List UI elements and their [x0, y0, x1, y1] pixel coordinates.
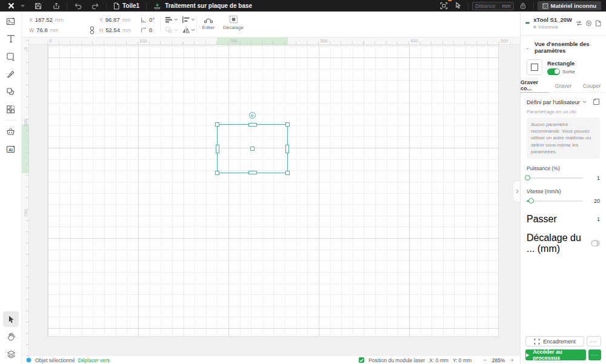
vertical-ruler: 0 100 200: [22, 38, 29, 356]
overview-header[interactable]: ← Vue d'ensemble des paramètres: [521, 36, 606, 58]
chevron-down-icon[interactable]: [18, 0, 28, 12]
app-logo[interactable]: [5, 0, 18, 12]
flip-dropdown[interactable]: [182, 26, 195, 34]
distance-input[interactable]: [475, 3, 502, 9]
resize-handle-s[interactable]: [248, 171, 257, 174]
document-icon[interactable]: [595, 20, 601, 27]
laser-pointer-icon[interactable]: [451, 0, 464, 12]
distribute-dropdown[interactable]: [165, 16, 178, 24]
frame-more-button[interactable]: ···: [587, 336, 601, 346]
angle-icon: [141, 17, 147, 23]
arrange-dropdown[interactable]: [165, 26, 178, 34]
selected-rectangle[interactable]: [217, 124, 288, 173]
resize-handle-sw[interactable]: [215, 171, 219, 175]
undo-icon[interactable]: [71, 0, 85, 12]
resize-handle-se[interactable]: [285, 171, 290, 175]
ai-image-tool[interactable]: AI: [3, 141, 19, 157]
save-icon[interactable]: [32, 0, 45, 12]
tab-couper[interactable]: Couper: [578, 80, 606, 92]
kerf-label: Décalage du ... (mm): [527, 233, 591, 254]
zoom-level[interactable]: 285%: [492, 357, 505, 363]
settings-icon[interactable]: [585, 20, 592, 27]
material-button[interactable]: Matériel inconnu: [538, 1, 601, 10]
output-toggle[interactable]: [547, 68, 560, 75]
speed-value[interactable]: 20: [589, 198, 600, 204]
projects-basket-tool[interactable]: [3, 124, 19, 139]
edit-tool[interactable]: Éditer: [197, 15, 220, 30]
y-value[interactable]: 96.87: [105, 16, 120, 23]
move-to-link[interactable]: Déplacer vers: [78, 357, 110, 363]
canvas-area[interactable]: 0 100 200 300 400 500 0 100 200: [22, 38, 520, 356]
power-slider[interactable]: [527, 177, 583, 179]
baseplate-process[interactable]: Traitement sur plaque de base: [150, 0, 255, 12]
power-slider-knob[interactable]: [525, 175, 530, 180]
tab-graver[interactable]: Graver: [549, 80, 578, 92]
text-tool[interactable]: [3, 31, 19, 47]
export-icon[interactable]: [50, 0, 63, 12]
resize-handle-nw[interactable]: [215, 122, 219, 127]
shape-tool[interactable]: [3, 48, 19, 64]
resize-handle-ne[interactable]: [285, 122, 290, 127]
elements-tool[interactable]: [3, 101, 19, 117]
divider: [106, 3, 107, 9]
select-tool[interactable]: [3, 311, 19, 327]
boolean-tool[interactable]: [3, 84, 19, 99]
h-label: H: [99, 27, 103, 33]
frame-preview-icon[interactable]: [437, 0, 451, 12]
resize-handle-n[interactable]: [248, 123, 257, 127]
kerf-toggle[interactable]: [591, 240, 600, 247]
ruler-selection-highlight-x: [217, 38, 288, 45]
preset-dropdown[interactable]: Défini par l'utilisateur: [527, 99, 580, 105]
resize-handle-e[interactable]: [285, 145, 289, 153]
process-more-button[interactable]: ···: [588, 349, 601, 360]
speed-slider[interactable]: [527, 200, 583, 202]
chevron-down-icon: [174, 18, 178, 21]
frame-icon: [534, 339, 540, 345]
power-value[interactable]: 1: [589, 175, 600, 181]
tab-graver-contour[interactable]: Graver co...: [521, 80, 549, 92]
settings-panel: xTool S1_20W Inconnue ← Vue d'ensemble d…: [520, 12, 606, 364]
offset-tool[interactable]: Décalage: [222, 15, 245, 30]
layers-tool[interactable]: [3, 346, 19, 362]
align-dropdown[interactable]: [182, 16, 195, 24]
save-preset-icon[interactable]: [593, 98, 600, 105]
w-value[interactable]: 76.8: [36, 27, 48, 33]
arrange-icon: [165, 26, 173, 34]
y-label: Y: [99, 17, 103, 23]
pen-tool[interactable]: [3, 66, 19, 82]
device-row[interactable]: xTool S1_20W Inconnue: [521, 12, 606, 35]
aspect-lock-icon[interactable]: [90, 26, 95, 35]
back-arrow-icon[interactable]: ←: [525, 44, 531, 51]
panel-collapse-handle[interactable]: [513, 180, 520, 202]
chevron-down-icon[interactable]: [582, 101, 587, 104]
ruler-label: 100: [23, 119, 28, 127]
speed-slider-knob[interactable]: [528, 198, 534, 204]
lock-icon[interactable]: [516, 0, 530, 12]
frame-button[interactable]: Encadrement: [525, 336, 584, 346]
process-button[interactable]: Accéder au processus: [525, 349, 586, 360]
rotate-handle[interactable]: [249, 112, 256, 119]
titlebar: Toile1 Traitement sur plaque de base mm …: [0, 0, 606, 12]
overview-title: Vue d'ensemble des paramètres: [534, 41, 601, 54]
work-plate[interactable]: [47, 45, 499, 337]
ruler-label: 200: [230, 38, 238, 44]
x-value[interactable]: 187.52: [35, 16, 53, 23]
offset-icon: [229, 15, 238, 24]
hand-tool[interactable]: [3, 329, 19, 345]
object-row[interactable]: Rectangle Sortie: [521, 58, 606, 80]
h-value[interactable]: 52.54: [105, 27, 120, 33]
zoom-in-button[interactable]: +: [509, 357, 515, 363]
laser-position-checkbox[interactable]: [359, 357, 364, 363]
one-click-label: Paramétrage en un clic: [521, 107, 606, 117]
ruler-label: 500: [501, 38, 508, 44]
resize-handle-w[interactable]: [216, 145, 219, 153]
redo-icon[interactable]: [88, 0, 102, 12]
switch-device-icon[interactable]: [576, 20, 582, 27]
pass-value[interactable]: 1: [589, 216, 600, 222]
angle-value[interactable]: 0°: [149, 16, 155, 23]
image-tool[interactable]: [3, 13, 19, 29]
canvas-tab[interactable]: Toile1: [110, 0, 142, 12]
status-bar: Objet sélectionné Déplacer vers Position…: [22, 356, 520, 364]
corner-radius-value[interactable]: 0: [149, 27, 152, 33]
zoom-out-button[interactable]: −: [482, 357, 488, 363]
